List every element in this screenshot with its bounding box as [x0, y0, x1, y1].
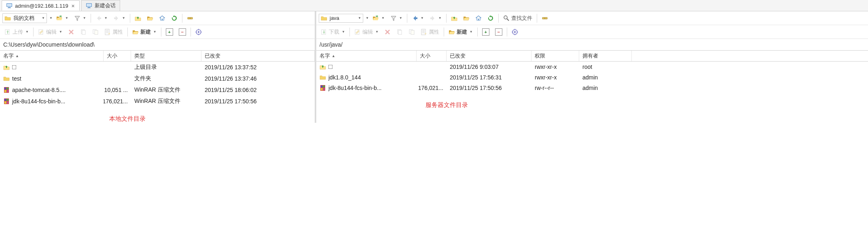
sync-browse-button[interactable] — [185, 14, 195, 23]
edit-button[interactable]: 编辑▼ — [352, 27, 381, 37]
copy-icon — [80, 29, 87, 35]
target-icon — [195, 29, 202, 35]
folder-open-icon — [147, 15, 153, 21]
column-header-type[interactable]: 类型 — [131, 51, 201, 61]
remote-path-bar[interactable]: /usr/java/ — [316, 39, 868, 51]
cell-changed: 2019/11/25 17:50:56 — [201, 97, 315, 106]
column-header-name[interactable]: 名字▲ — [316, 51, 417, 61]
open-folder-button[interactable]: ▼ — [370, 14, 387, 23]
table-row[interactable]: jdk1.8.0_1442019/11/25 17:56:31rwxr-xr-x… — [316, 72, 868, 83]
session-tab-active[interactable]: admin@192.168.1.119 × — [2, 0, 80, 11]
local-folder-combo[interactable]: 我的文档 ▼ — [2, 13, 47, 23]
monitor-icon — [6, 2, 13, 9]
column-header-changed[interactable]: 已改变 — [201, 51, 315, 61]
expand-button[interactable]: + — [164, 27, 175, 37]
home-button[interactable] — [157, 14, 167, 23]
table-row[interactable]: 上级目录2019/11/26 13:37:52 — [0, 62, 315, 73]
locate-button[interactable] — [510, 28, 520, 36]
column-header-size[interactable]: 大小 — [104, 51, 131, 61]
local-pane: 我的文档 ▼ ▼ ▼ ▼ ▼ ▼ 上传▼ 编辑▼ 属性 — [0, 11, 316, 123]
rename-button[interactable] — [394, 28, 405, 36]
remote-columns-header: 名字▲大小已改变权限拥有者 — [316, 51, 868, 62]
arrow-left-icon — [95, 15, 102, 21]
delete-button[interactable] — [66, 28, 76, 36]
new-button[interactable]: 新建▼ — [447, 27, 475, 37]
remote-folder-combo[interactable]: java ▼ — [319, 14, 363, 23]
column-header-size[interactable]: 大小 — [417, 51, 447, 61]
refresh-button[interactable] — [169, 14, 180, 23]
local-nav-toolbar: 我的文档 ▼ ▼ ▼ ▼ ▼ ▼ — [0, 11, 315, 25]
folder-up-icon — [3, 64, 10, 70]
sort-asc-icon: ▲ — [15, 54, 19, 58]
cell-size — [104, 74, 131, 83]
copy2-icon — [409, 29, 415, 35]
open-folder-button[interactable]: ▼ — [54, 14, 70, 23]
edit-button[interactable]: 编辑▼ — [36, 27, 64, 37]
refresh-button[interactable] — [485, 14, 496, 23]
column-header-changed[interactable]: 已改变 — [447, 51, 531, 61]
archive-icon — [320, 85, 326, 91]
folder-up-icon — [135, 15, 141, 21]
cell-name: jdk-8u144-fcs-bin-b... — [316, 84, 417, 92]
table-row[interactable]: 2019/11/26 9:03:07rwxr-xr-xroot — [316, 62, 868, 72]
copy-button[interactable] — [90, 28, 101, 36]
download-button[interactable]: 下载▼ — [319, 27, 347, 37]
new-session-tab[interactable]: 新建会话 — [81, 0, 120, 11]
remote-file-list: 名字▲大小已改变权限拥有者 2019/11/26 9:03:07rwxr-xr-… — [316, 51, 868, 123]
column-header-perm[interactable]: 权限 — [531, 51, 579, 61]
table-row[interactable]: test文件夹2019/11/26 13:37:46 — [0, 73, 315, 84]
table-row[interactable]: jdk-8u144-fcs-bin-b...176,021...WinRAR 压… — [0, 96, 315, 107]
cell-changed: 2019/11/26 13:37:52 — [201, 63, 315, 72]
remote-annotation: 服务器文件目录 — [316, 101, 868, 109]
back-button[interactable]: ▼ — [410, 14, 426, 23]
cell-type: WinRAR 压缩文件 — [131, 97, 201, 106]
rename-button[interactable] — [78, 28, 89, 36]
edit-icon — [38, 29, 44, 35]
local-action-toolbar: 上传▼ 编辑▼ 属性 新建▼ + − — [0, 25, 315, 39]
table-row[interactable]: jdk-8u144-fcs-bin-b...176,021...2019/11/… — [316, 83, 868, 93]
locate-button[interactable] — [193, 28, 204, 36]
upload-button[interactable]: 上传▼ — [2, 27, 31, 37]
root-dir-button[interactable] — [145, 14, 155, 23]
refresh-icon — [171, 15, 178, 21]
remote-pane: java ▼ ▼ ▼ ▼ ▼ ▼ 查找文件 下载▼ 编辑▼ — [316, 11, 868, 123]
collapse-button[interactable]: − — [493, 27, 504, 37]
cell-type: 上级目录 — [131, 63, 201, 72]
expand-button[interactable]: + — [480, 27, 491, 37]
column-header-name[interactable]: 名字▲ — [0, 51, 104, 61]
chevron-down-icon[interactable]: ▼ — [365, 16, 369, 20]
filter-button[interactable]: ▼ — [388, 14, 404, 23]
copy-button[interactable] — [406, 28, 417, 36]
delete-button[interactable] — [382, 28, 393, 36]
parent-dir-button[interactable] — [133, 14, 143, 23]
properties-button[interactable]: 属性 — [102, 27, 125, 37]
forward-button[interactable]: ▼ — [428, 14, 444, 23]
plus-icon: + — [166, 28, 173, 36]
table-row[interactable]: apache-tomcat-8.5....10,051 ...WinRAR 压缩… — [0, 84, 315, 96]
column-header-owner[interactable]: 拥有者 — [579, 51, 632, 61]
sync-browse-button[interactable] — [540, 14, 550, 23]
root-dir-button[interactable] — [461, 14, 472, 23]
find-files-button[interactable]: 查找文件 — [501, 13, 534, 23]
home-icon — [159, 15, 165, 21]
edit-icon — [354, 29, 361, 35]
refresh-icon — [487, 15, 494, 21]
home-button[interactable] — [473, 14, 484, 23]
cell-perm: rwxr-xr-x — [531, 63, 579, 71]
sort-asc-icon: ▲ — [332, 54, 335, 58]
filter-button[interactable]: ▼ — [72, 14, 88, 23]
local-path-bar[interactable]: C:\Users\dyw\Documents\download\ — [0, 39, 315, 51]
cell-changed: 2019/11/26 9:03:07 — [447, 63, 531, 71]
back-button[interactable]: ▼ — [93, 14, 110, 23]
folder-open-icon — [463, 15, 470, 21]
new-button[interactable]: 新建▼ — [130, 27, 159, 37]
close-icon[interactable]: × — [71, 3, 76, 9]
chevron-down-icon[interactable]: ▼ — [49, 16, 53, 20]
folder-open-arrow-icon — [373, 15, 379, 21]
collapse-button[interactable]: − — [177, 27, 188, 37]
properties-button[interactable]: 属性 — [419, 27, 441, 37]
cell-name — [0, 63, 104, 72]
minus-icon: − — [495, 28, 502, 36]
parent-dir-button[interactable] — [449, 14, 459, 23]
forward-button[interactable]: ▼ — [111, 14, 127, 23]
